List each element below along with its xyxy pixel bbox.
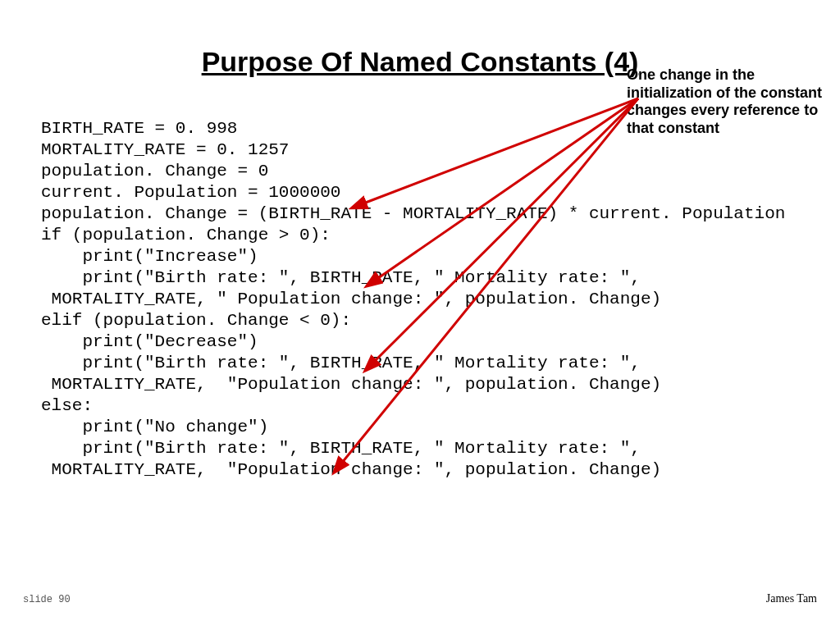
slide-number: slide 90 xyxy=(23,594,71,605)
author: James Tam xyxy=(766,592,817,605)
code-block: BIRTH_RATE = 0. 998 MORTALITY_RATE = 0. … xyxy=(41,118,840,481)
